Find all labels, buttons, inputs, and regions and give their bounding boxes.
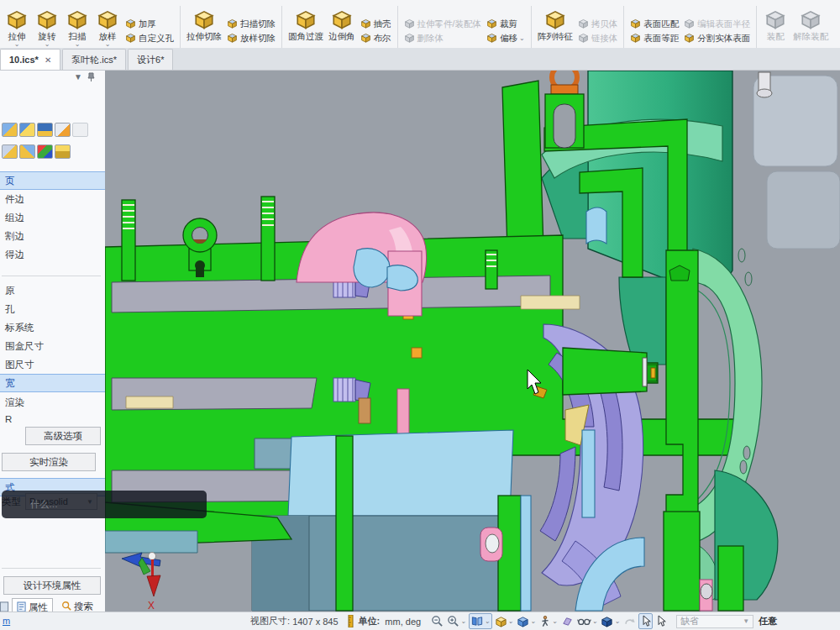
chevron-down-icon: ⌄	[105, 41, 111, 47]
ribbon-button-布尔[interactable]: 布尔	[358, 31, 394, 45]
feature-cube-icon	[125, 32, 136, 45]
badge-icon[interactable]	[37, 123, 53, 137]
ribbon-button-分割实体表面[interactable]: 分割实体表面	[681, 31, 753, 45]
pin-icon[interactable]	[87, 72, 95, 83]
ribbon-button-圆角过渡[interactable]: 圆角过渡	[286, 2, 326, 48]
feature-cube-icon	[36, 8, 58, 32]
ribbon-button-抽壳[interactable]: 抽壳	[358, 17, 394, 31]
chevron-down-icon: ⌄	[508, 617, 514, 625]
tree-item-原[interactable]: 原	[0, 282, 105, 299]
view-glasses-icon[interactable]: ⌄	[576, 615, 599, 627]
triad-x-label: X	[148, 600, 155, 612]
calc-icon[interactable]	[2, 144, 18, 159]
tree-item-页[interactable]: 页	[0, 172, 105, 189]
tree-item-得边[interactable]: 得边	[0, 246, 105, 263]
ribbon-button-自定义孔[interactable]: 自定义孔	[123, 31, 176, 45]
edit-sketch-icon[interactable]	[55, 123, 71, 137]
zoom-in-icon[interactable]: ⌄	[446, 614, 467, 628]
ribbon-button-旋转[interactable]: 旋转 ⌄	[32, 2, 62, 48]
zoom-out-icon[interactable]	[430, 614, 444, 628]
sidebar-panel: ▼ 页件边组边割边得边原孔标系统围盒尺寸图尺寸宽渲染R式 高级选项 实时渲染 类…	[0, 71, 106, 612]
render-cube-navy-icon[interactable]: ⌄	[600, 614, 621, 628]
ribbon-button-删除体[interactable]: 删除体	[402, 31, 484, 45]
tree-item-围盒尺寸[interactable]: 围盒尺寸	[0, 338, 105, 354]
ribbon-button-编辑表面半径[interactable]: 编辑表面半径	[681, 17, 753, 31]
sidebar-tab-属性[interactable]: 属性	[12, 598, 53, 612]
tree-item-割边[interactable]: 割边	[0, 228, 105, 244]
ribbon-button-边倒角[interactable]: 边倒角	[326, 2, 358, 48]
ribbon-button-解除装配[interactable]: 解除装配	[790, 2, 831, 48]
feature-cube-icon	[331, 8, 353, 32]
document-tab-10.ics*[interactable]: 10.ics*✕	[0, 49, 60, 70]
ribbon-button-偏移[interactable]: 偏移⌄	[484, 31, 528, 45]
chevron-down-icon: ⌄	[552, 617, 558, 625]
ribbon-button-装配[interactable]: 装配	[760, 2, 790, 48]
walkthrough-icon[interactable]: ⌄	[538, 614, 559, 628]
feature-cube-icon	[97, 8, 118, 32]
ribbon-group: 装配 解除装配	[759, 0, 832, 48]
part-gold-icon[interactable]	[55, 144, 71, 159]
tree-item-宽[interactable]: 宽	[0, 375, 105, 391]
ribbon-button-阵列特征[interactable]: 阵列特征	[535, 2, 575, 48]
advanced-options-button[interactable]: 高级选项	[25, 427, 101, 445]
tree-item-R[interactable]: R	[0, 411, 105, 428]
group-divider	[180, 6, 181, 48]
axis-triad-icon[interactable]	[37, 144, 53, 159]
ribbon-button-加厚[interactable]: 加厚	[123, 17, 176, 31]
chevron-down-icon: ⌄	[460, 617, 466, 625]
ribbon-button-拉伸零件/装配体[interactable]: 拉伸零件/装配体	[402, 17, 484, 31]
prism-icon[interactable]	[560, 614, 575, 628]
document-tab-设计6*[interactable]: 设计6*	[128, 49, 173, 70]
render-cube-gold-icon[interactable]: ⌄	[494, 614, 515, 628]
ribbon-button-表面匹配[interactable]: 表面匹配	[627, 17, 681, 31]
ribbon-small-column: 裁剪 偏移⌄	[484, 0, 528, 48]
danmaku-watermark: 什么…	[2, 491, 207, 518]
tree-item-件边[interactable]: 件边	[0, 191, 105, 207]
cursor-icon[interactable]	[654, 614, 667, 628]
ribbon-small-column: 扫描切除 放样切除	[224, 0, 278, 48]
seal-ring	[586, 207, 606, 244]
cursor-select-icon[interactable]	[638, 613, 653, 629]
shaft-end	[563, 348, 658, 395]
document-tab-泵叶轮.ics*[interactable]: 泵叶轮.ics*	[62, 49, 126, 70]
ribbon-button-拉伸切除[interactable]: 拉伸切除	[184, 2, 224, 48]
ribbon-button-放样切除[interactable]: 放样切除	[224, 31, 278, 45]
ribbon-button-拉伸[interactable]: 拉伸 ⌄	[2, 2, 32, 48]
feature-cube-icon	[764, 8, 786, 32]
feature-cube-icon	[486, 32, 497, 45]
3d-viewport[interactable]: X	[105, 71, 840, 612]
tree-item-组边[interactable]: 组边	[0, 209, 105, 226]
feature-cube-icon	[360, 32, 371, 45]
config-icon[interactable]	[19, 123, 35, 137]
model-tree-icon[interactable]	[2, 123, 18, 137]
sidebar-tab-搜索[interactable]: 搜索	[57, 598, 97, 612]
view-orient-icon[interactable]: ⌄	[469, 613, 492, 629]
status-bar: 视图尺寸: 1407 x 845 单位: mm, deg ⌄⌄ ⌄ ⌄⌄⌄ ⌄ …	[0, 612, 840, 630]
render-cube-blue-icon[interactable]: ⌄	[516, 614, 537, 628]
ribbon-button-拷贝体[interactable]: 拷贝体	[575, 17, 621, 31]
ribbon-button-扫描[interactable]: 扫描 ⌄	[62, 2, 92, 48]
ribbon-button-链接体[interactable]: 链接体	[575, 31, 621, 45]
chevron-down-icon[interactable]: ▼	[74, 72, 82, 81]
close-icon[interactable]: ✕	[45, 55, 51, 65]
ribbon-button-放样[interactable]: 放样 ⌄	[92, 2, 123, 48]
tree-item-标系统[interactable]: 标系统	[0, 319, 105, 336]
tree-item-渲染[interactable]: 渲染	[0, 394, 105, 411]
unit-label: 单位:	[359, 615, 381, 627]
tree-item-孔[interactable]: 孔	[0, 301, 105, 318]
ribbon-button-裁剪[interactable]: 裁剪	[484, 17, 528, 31]
ribbon-button-表面等距[interactable]: 表面等距	[627, 31, 681, 45]
assembly-icon[interactable]	[19, 144, 35, 159]
sidebar-tab-clipped[interactable]	[0, 598, 15, 612]
feature-cube-icon	[404, 32, 415, 45]
realtime-render-button[interactable]: 实时渲染	[2, 453, 96, 471]
feature-cube-icon	[578, 32, 589, 45]
design-env-properties-button[interactable]: 设计环境属性	[3, 576, 101, 595]
filter-select-value: 缺省	[680, 615, 699, 627]
ribbon-small-column: 加厚 自定义孔	[123, 0, 176, 48]
tree-item-图尺寸[interactable]: 图尺寸	[0, 356, 105, 373]
filter-select[interactable]: 缺省 ▼	[676, 615, 753, 628]
ribbon-button-扫描切除[interactable]: 扫描切除	[224, 17, 278, 31]
link-fragment[interactable]: m	[3, 616, 10, 626]
frame-icon[interactable]	[72, 123, 88, 137]
